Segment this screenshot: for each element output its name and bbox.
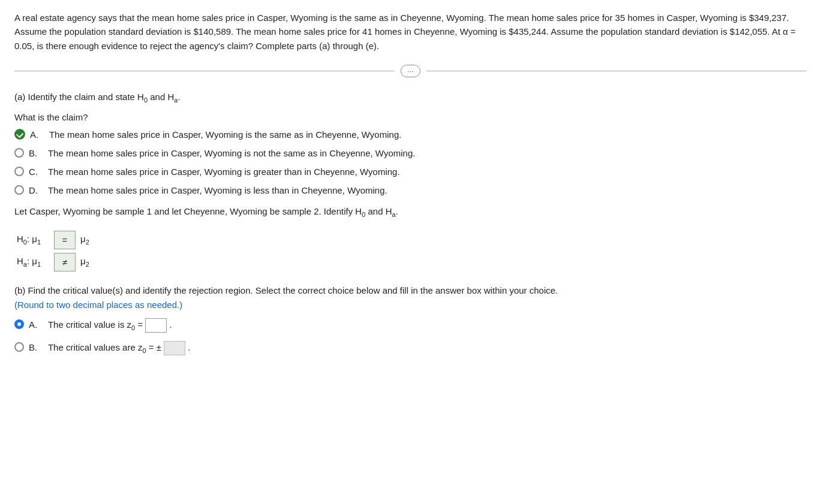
hypotheses-block: H0: μ1 = μ2 Ha: μ1 ≠ μ2	[17, 231, 807, 271]
option-b-item[interactable]: B. The mean home sales price in Casper, …	[14, 147, 807, 159]
part-a-heading: (a) Identify the claim and state H0 and …	[14, 90, 807, 105]
option-d-item[interactable]: D. The mean home sales price in Casper, …	[14, 184, 807, 197]
option-a-letter: A.	[30, 128, 43, 141]
part-b-heading: (b) Find the critical value(s) and ident…	[14, 283, 807, 297]
part-a-section: (a) Identify the claim and state H0 and …	[14, 90, 807, 271]
divider: ···	[14, 65, 807, 77]
part-b-option-a-letter: A.	[29, 318, 42, 331]
option-d-radio[interactable]	[14, 185, 24, 195]
part-b-section: (b) Find the critical value(s) and ident…	[14, 283, 807, 356]
option-d-label: D. The mean home sales price in Casper, …	[29, 184, 387, 197]
option-d-letter: D.	[29, 184, 42, 197]
option-b-label: B. The mean home sales price in Casper, …	[29, 147, 415, 159]
option-c-item[interactable]: C. The mean home sales price in Casper, …	[14, 165, 807, 178]
part-b-option-a-item[interactable]: A. The critical value is z0 = .	[14, 318, 807, 333]
part-b-option-a-label: A. The critical value is z0 = .	[29, 318, 172, 333]
ha-row: Ha: μ1 ≠ μ2	[17, 253, 807, 271]
part-b-option-b-letter: B.	[29, 341, 42, 354]
what-is-claim-label: What is the claim?	[14, 112, 807, 122]
divider-right	[426, 71, 807, 71]
part-b-option-b-item[interactable]: B. The critical values are z0 = ± .	[14, 341, 807, 355]
part-b-option-b-radio[interactable]	[14, 342, 24, 352]
h0-label: H0: μ1	[17, 231, 52, 249]
part-b-option-b-label: B. The critical values are z0 = ± .	[29, 341, 190, 355]
option-a-item[interactable]: A. The mean home sales price in Casper, …	[14, 128, 807, 141]
divider-left	[14, 71, 395, 71]
part-b-option-a-radio[interactable]	[14, 319, 24, 329]
problem-section: A real estate agency says that the mean …	[14, 11, 807, 53]
h0-operator-box: =	[54, 231, 76, 249]
divider-dots: ···	[401, 65, 420, 77]
problem-text: A real estate agency says that the mean …	[14, 11, 807, 53]
h0-row: H0: μ1 = μ2	[17, 231, 807, 249]
option-b-radio[interactable]	[14, 148, 24, 158]
part-b-note: (Round to two decimal places as needed.)	[14, 300, 807, 310]
ha-right: μ2	[80, 253, 89, 271]
option-a-checked-icon	[14, 129, 25, 140]
hypotheses-intro: Let Casper, Wyoming be sample 1 and let …	[14, 205, 807, 220]
ha-label: Ha: μ1	[17, 253, 52, 271]
option-b-letter: B.	[29, 147, 42, 159]
ha-operator-box: ≠	[54, 253, 76, 271]
h0-right: μ2	[80, 231, 89, 249]
option-c-radio[interactable]	[14, 167, 24, 176]
critical-value-display-b	[164, 341, 185, 355]
option-c-label: C. The mean home sales price in Casper, …	[29, 165, 400, 178]
critical-value-input-a[interactable]	[145, 318, 167, 333]
option-c-letter: C.	[29, 165, 42, 178]
claim-radio-group: A. The mean home sales price in Casper, …	[14, 128, 807, 197]
option-a-label: A. The mean home sales price in Casper, …	[30, 128, 401, 141]
